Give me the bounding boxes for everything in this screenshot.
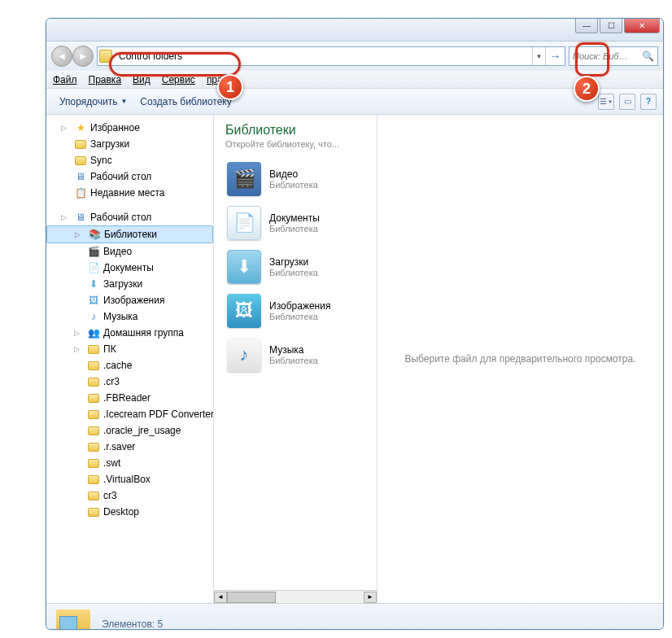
sidebar-item-documents[interactable]: 📄Документы — [46, 260, 213, 276]
sidebar-item-virtualbox[interactable]: .VirtualBox — [46, 471, 213, 487]
sidebar-item-recent[interactable]: 📋Недавние места — [46, 185, 213, 201]
organize-button[interactable]: Упорядочить▼ — [53, 93, 133, 111]
menu-file[interactable]: Файл — [53, 74, 77, 85]
badge-1: 1 — [217, 74, 243, 100]
sidebar-favorites[interactable]: ▷★Избранное — [46, 120, 213, 136]
folder-icon — [99, 50, 112, 63]
sidebar-item-desktop-folder[interactable]: Desktop — [46, 504, 213, 520]
sidebar-item-icecream[interactable]: .Icecream PDF Converter — [46, 406, 213, 422]
address-input[interactable] — [114, 49, 532, 63]
address-bar[interactable]: ▼ → — [97, 46, 565, 66]
library-item-images[interactable]: 🖼 ИзображенияБиблиотека — [225, 289, 365, 333]
view-mode-button[interactable]: ☰▼ — [598, 94, 614, 110]
sidebar-item-cache[interactable]: .cache — [46, 357, 213, 374]
document-icon: 📄 — [227, 206, 261, 240]
titlebar: — ☐ ✕ — [46, 19, 663, 42]
sidebar-item-cr3[interactable]: .cr3 — [46, 374, 213, 390]
status-text: Элементов: 5 — [102, 618, 163, 630]
menu-bar: Файл Правка Вид Сервис правка — [46, 71, 663, 89]
status-folder-icon — [56, 610, 90, 631]
search-icon[interactable]: 🔍 — [642, 50, 654, 62]
download-icon: ⬇ — [227, 250, 261, 284]
navigation-bar: ◄ ► ▼ → 🔍 — [46, 42, 663, 71]
image-icon: 🖼 — [227, 294, 261, 328]
sidebar-item-oracle[interactable]: .oracle_jre_usage — [46, 422, 213, 439]
chevron-down-icon: ▼ — [120, 98, 127, 105]
explorer-window: — ☐ ✕ ◄ ► ▼ → 🔍 Файл Правка Вид Сервис п… — [46, 18, 664, 630]
search-box[interactable]: 🔍 — [569, 46, 658, 66]
music-icon: ♪ — [227, 338, 261, 372]
help-button[interactable]: ? — [640, 94, 657, 110]
scroll-left-button[interactable]: ◄ — [214, 592, 227, 603]
main-area: Библиотеки Откройте библиотеку, что... 🎬… — [214, 115, 663, 603]
library-item-downloads[interactable]: ⬇ ЗагрузкиБиблиотека — [225, 245, 365, 289]
menu-view[interactable]: Вид — [133, 74, 151, 85]
badge-2: 2 — [574, 76, 600, 102]
body: ▷★Избранное Загрузки Sync 🖥Рабочий стол … — [46, 115, 663, 603]
scroll-thumb[interactable] — [227, 592, 276, 603]
sidebar-libraries[interactable]: ▷📚Библиотеки — [46, 225, 213, 243]
go-button[interactable]: → — [545, 47, 565, 65]
horizontal-scrollbar[interactable]: ◄ ► — [214, 590, 377, 603]
sidebar-pc[interactable]: ▷ПК — [46, 341, 213, 357]
close-button[interactable]: ✕ — [624, 19, 660, 33]
content-pane[interactable]: Библиотеки Откройте библиотеку, что... 🎬… — [214, 115, 377, 603]
library-item-documents[interactable]: 📄 ДокументыБиблиотека — [225, 201, 365, 245]
sidebar-item-images[interactable]: 🖼Изображения — [46, 292, 213, 308]
sidebar-homegroup[interactable]: ▷👥Домашняя группа — [46, 325, 213, 341]
sidebar-item-fbreader[interactable]: .FBReader — [46, 390, 213, 406]
sidebar-item-swt[interactable]: .swt — [46, 455, 213, 471]
search-input[interactable] — [573, 51, 642, 61]
sidebar-item-music[interactable]: ♪Музыка — [46, 308, 213, 325]
forward-button[interactable]: ► — [72, 46, 94, 67]
address-dropdown[interactable]: ▼ — [532, 47, 545, 65]
minimize-button[interactable]: — — [575, 19, 598, 33]
video-icon: 🎬 — [227, 162, 261, 196]
sidebar-item-desktop[interactable]: 🖥Рабочий стол — [46, 168, 213, 185]
preview-pane-button[interactable]: ▭ — [619, 94, 635, 110]
preview-pane: Выберите файл для предварительного просм… — [377, 115, 663, 603]
sidebar-desktop[interactable]: ▷🖥Рабочий стол — [46, 209, 213, 225]
library-item-music[interactable]: ♪ МузыкаБиблиотека — [225, 333, 365, 377]
sidebar-item-cr3-2[interactable]: cr3 — [46, 487, 213, 504]
content-subtitle: Откройте библиотеку, что... — [225, 139, 365, 149]
library-item-video[interactable]: 🎬 ВидеоБиблиотека — [225, 157, 365, 201]
content-title: Библиотеки — [225, 123, 365, 138]
scroll-right-button[interactable]: ► — [364, 592, 377, 603]
back-button[interactable]: ◄ — [51, 46, 72, 67]
sidebar-item-video[interactable]: 🎬Видео — [46, 243, 213, 260]
status-bar: Элементов: 5 — [46, 603, 663, 630]
menu-service[interactable]: Сервис — [162, 74, 195, 85]
sidebar-item-rsaver[interactable]: .r.saver — [46, 439, 213, 455]
sidebar-item-downloads[interactable]: Загрузки — [46, 136, 213, 152]
sidebar-item-sync[interactable]: Sync — [46, 152, 213, 168]
toolbar: Упорядочить▼ Создать библиотеку ☰▼ ▭ ? — [46, 89, 663, 115]
navigation-pane[interactable]: ▷★Избранное Загрузки Sync 🖥Рабочий стол … — [46, 115, 214, 603]
sidebar-item-downloads-lib[interactable]: ⬇Загрузки — [46, 276, 213, 292]
maximize-button[interactable]: ☐ — [600, 19, 622, 33]
menu-edit[interactable]: Правка — [89, 74, 122, 85]
